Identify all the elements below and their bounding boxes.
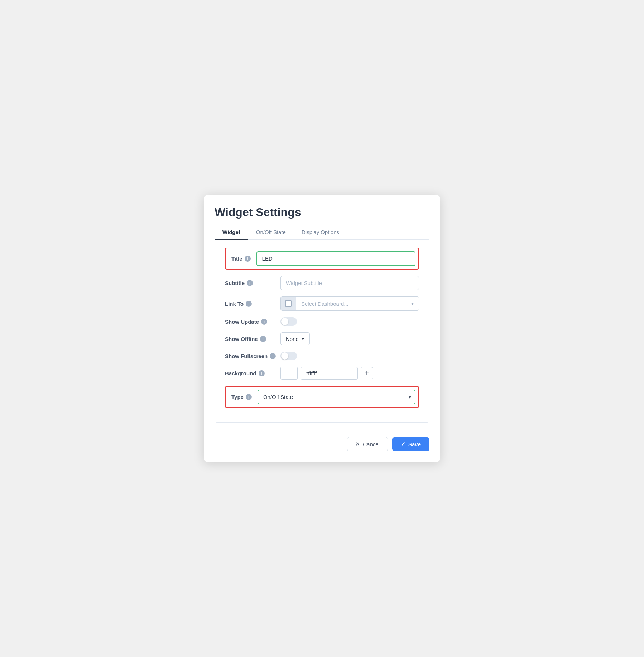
- type-select[interactable]: On/Off State Button Slider Text: [258, 390, 415, 404]
- subtitle-label: Subtitle i: [225, 280, 280, 286]
- show-offline-row: Show Offline i None ▾: [225, 332, 419, 345]
- background-info-icon[interactable]: i: [259, 370, 265, 376]
- link-to-control: Select Dashboard... ▾: [280, 296, 419, 311]
- subtitle-row: Subtitle i: [225, 276, 419, 290]
- show-update-toggle[interactable]: [280, 317, 297, 326]
- link-to-select[interactable]: Select Dashboard...: [296, 297, 406, 310]
- tabs: Widget On/Off State Display Options: [215, 225, 429, 240]
- widget-settings-dialog: Widget Settings Widget On/Off State Disp…: [204, 195, 440, 462]
- subtitle-control: [280, 276, 419, 290]
- show-update-info-icon[interactable]: i: [261, 319, 267, 325]
- show-fullscreen-info-icon[interactable]: i: [270, 353, 276, 359]
- title-label: Title i: [226, 251, 256, 266]
- show-offline-chevron-icon: ▾: [302, 335, 304, 342]
- dialog-footer: ✕ Cancel ✓ Save: [215, 431, 429, 451]
- show-update-control: [280, 317, 419, 326]
- tab-content: Title i Subtitle i Link To i: [215, 240, 429, 423]
- type-row-wrapper: Type i On/Off State Button Slider Text ▾: [225, 386, 419, 408]
- dialog-title: Widget Settings: [215, 206, 429, 219]
- background-control: +: [280, 367, 419, 380]
- link-to-checkbox[interactable]: [285, 300, 292, 307]
- cancel-close-icon: ✕: [355, 441, 360, 447]
- link-to-chevron-icon: ▾: [406, 297, 419, 310]
- show-fullscreen-toggle-knob: [281, 352, 288, 360]
- background-color-swatch[interactable]: [280, 367, 298, 380]
- link-to-label: Link To i: [225, 301, 280, 307]
- type-info-icon[interactable]: i: [246, 394, 252, 400]
- cancel-button[interactable]: ✕ Cancel: [347, 437, 388, 451]
- show-offline-dropdown[interactable]: None ▾: [280, 332, 310, 345]
- show-fullscreen-label: Show Fullscreen i: [225, 353, 280, 359]
- link-to-info-icon[interactable]: i: [246, 301, 252, 307]
- link-to-checkbox-area[interactable]: [281, 297, 296, 310]
- title-info-icon[interactable]: i: [245, 256, 251, 262]
- show-fullscreen-control: [280, 352, 419, 360]
- show-update-label: Show Update i: [225, 319, 280, 325]
- title-row-wrapper: Title i: [225, 248, 419, 270]
- background-add-button[interactable]: +: [361, 367, 373, 379]
- save-check-icon: ✓: [401, 441, 405, 447]
- tab-widget[interactable]: Widget: [215, 225, 248, 240]
- type-select-wrapper: On/Off State Button Slider Text ▾: [258, 390, 415, 404]
- background-label: Background i: [225, 370, 280, 376]
- background-hex-input[interactable]: [301, 367, 358, 380]
- save-button[interactable]: ✓ Save: [392, 437, 429, 451]
- subtitle-input[interactable]: [280, 276, 419, 290]
- show-fullscreen-row: Show Fullscreen i: [225, 352, 419, 360]
- show-update-row: Show Update i: [225, 317, 419, 326]
- tab-display-options[interactable]: Display Options: [294, 225, 347, 240]
- type-label: Type i: [226, 390, 258, 404]
- show-offline-control: None ▾: [280, 332, 419, 345]
- show-fullscreen-toggle[interactable]: [280, 352, 297, 360]
- show-offline-info-icon[interactable]: i: [260, 336, 266, 342]
- background-row: Background i +: [225, 367, 419, 380]
- show-offline-label: Show Offline i: [225, 336, 280, 342]
- tab-on-off-state[interactable]: On/Off State: [248, 225, 294, 240]
- link-to-row: Link To i Select Dashboard... ▾: [225, 296, 419, 311]
- subtitle-info-icon[interactable]: i: [247, 280, 253, 286]
- title-input[interactable]: [256, 251, 415, 266]
- show-update-toggle-knob: [281, 318, 288, 325]
